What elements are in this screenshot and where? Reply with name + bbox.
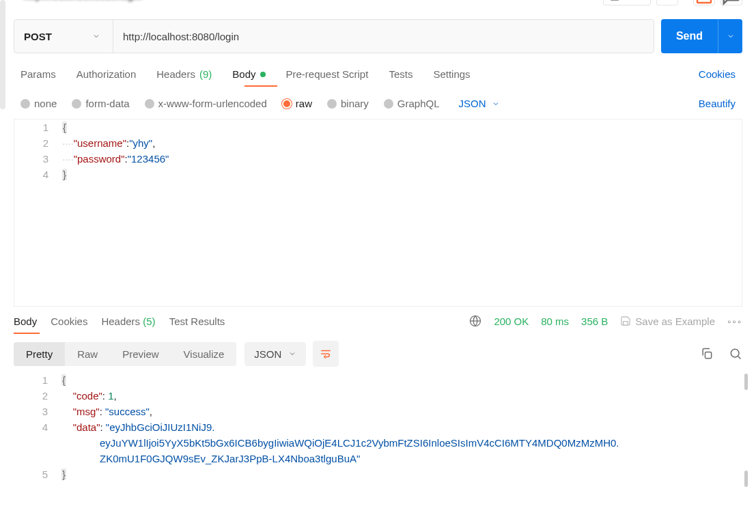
tab-prerequest[interactable]: Pre-request Script xyxy=(286,68,369,87)
scrollbar-thumb[interactable] xyxy=(744,374,748,390)
request-header-row: http://localhost:8080/login Save xyxy=(0,0,756,3)
resp-tab-headers[interactable]: Headers (5) xyxy=(101,316,155,327)
response-body-viewer[interactable]: 1{ 2 "code": 1, 3 "msg": "success", 4 "d… xyxy=(14,372,748,488)
status-code: 200 OK xyxy=(494,316,529,327)
body-type-none[interactable]: none xyxy=(20,98,57,109)
request-tab-title: http://localhost:8080/login xyxy=(23,0,141,1)
svg-line-6 xyxy=(738,356,741,359)
send-button[interactable]: Send xyxy=(661,19,718,53)
cookies-link[interactable]: Cookies xyxy=(699,68,736,87)
tab-body[interactable]: Body xyxy=(232,68,265,87)
response-time: 80 ms xyxy=(541,316,569,327)
tab-headers-count: (9) xyxy=(199,68,212,80)
chevron-down-icon xyxy=(92,32,100,40)
response-tabs: Body Cookies Headers (5) Test Results 20… xyxy=(0,307,756,331)
modified-dot-icon xyxy=(260,72,266,77)
tab-headers-label: Headers xyxy=(156,68,195,80)
response-format-select[interactable]: JSON xyxy=(244,342,306,366)
body-type-form-data[interactable]: form-data xyxy=(72,98,129,109)
save-dropdown-button[interactable] xyxy=(656,0,678,5)
request-body-editor[interactable]: 1{ 2····"username":"yhy", 3····"password… xyxy=(14,119,742,307)
body-type-urlencoded[interactable]: x-www-form-urlencoded xyxy=(145,98,267,109)
method-url-group: POST http://localhost:8080/login xyxy=(14,19,654,53)
resp-tab-body[interactable]: Body xyxy=(14,316,37,327)
tab-body-label: Body xyxy=(232,68,255,80)
view-preview[interactable]: Preview xyxy=(110,342,171,366)
tab-params[interactable]: Params xyxy=(20,68,56,87)
wrap-lines-button[interactable] xyxy=(313,341,339,367)
view-pretty[interactable]: Pretty xyxy=(14,342,65,366)
response-size: 356 B xyxy=(581,316,608,327)
chevron-down-icon xyxy=(727,32,735,40)
more-icon[interactable]: ◦◦◦ xyxy=(727,316,742,327)
view-raw[interactable]: Raw xyxy=(65,342,110,366)
tab-settings[interactable]: Settings xyxy=(433,68,470,87)
tab-headers[interactable]: Headers (9) xyxy=(156,68,212,87)
request-tabs: Params Authorization Headers (9) Body Pr… xyxy=(0,53,756,87)
active-tab-underline xyxy=(244,85,277,87)
chevron-down-icon xyxy=(492,100,500,108)
svg-rect-4 xyxy=(705,352,712,359)
search-icon[interactable] xyxy=(729,347,742,361)
send-group: Send xyxy=(661,19,742,53)
request-bar: POST http://localhost:8080/login Send xyxy=(0,19,756,53)
tab-authorization[interactable]: Authorization xyxy=(76,68,137,87)
view-visualize[interactable]: Visualize xyxy=(171,342,237,366)
save-as-example-button[interactable]: Save as Example xyxy=(620,316,715,327)
save-label: Save xyxy=(624,0,645,1)
send-dropdown-button[interactable] xyxy=(718,19,742,53)
wrap-icon xyxy=(320,348,332,360)
body-type-raw[interactable]: raw xyxy=(282,98,312,109)
body-type-binary[interactable]: binary xyxy=(327,98,369,109)
response-tools-right xyxy=(700,347,742,361)
body-type-graphql[interactable]: GraphQL xyxy=(384,98,440,109)
response-meta: 200 OK 80 ms 356 B Save as Example ◦◦◦ xyxy=(469,315,742,327)
response-toolbar: Pretty Raw Preview Visualize JSON xyxy=(0,334,756,372)
url-input[interactable]: http://localhost:8080/login xyxy=(113,20,654,53)
tab-tests[interactable]: Tests xyxy=(389,68,412,87)
svg-point-5 xyxy=(731,349,739,357)
save-icon xyxy=(609,0,620,1)
response-view-segment: Pretty Raw Preview Visualize xyxy=(14,342,236,366)
chevron-down-icon xyxy=(288,350,296,358)
resp-tab-test-results[interactable]: Test Results xyxy=(169,316,225,327)
http-method-select[interactable]: POST xyxy=(14,20,113,53)
beautify-link[interactable]: Beautify xyxy=(699,98,736,109)
request-toolbar: Save xyxy=(603,0,742,5)
comments-button[interactable] xyxy=(720,0,742,5)
raw-format-select[interactable]: JSON xyxy=(459,98,500,109)
scrollbar-thumb[interactable] xyxy=(744,471,748,487)
resp-tab-cookies[interactable]: Cookies xyxy=(51,316,87,327)
globe-icon[interactable] xyxy=(469,315,481,327)
save-icon xyxy=(620,316,631,326)
body-type-row: none form-data x-www-form-urlencoded raw… xyxy=(0,87,756,116)
share-button[interactable] xyxy=(693,0,715,5)
http-method-value: POST xyxy=(24,31,52,42)
save-button[interactable]: Save xyxy=(603,0,651,5)
copy-icon[interactable] xyxy=(700,347,714,361)
